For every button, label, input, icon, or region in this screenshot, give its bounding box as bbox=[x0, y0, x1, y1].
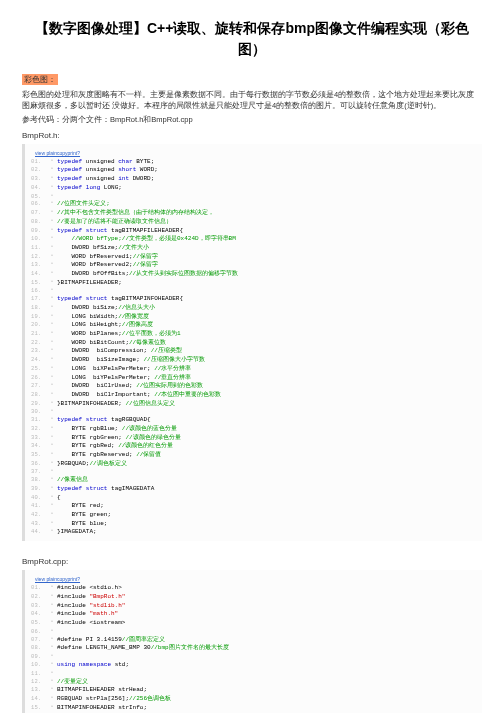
code-line: 39.•typedef struct tagIMAGEDATA bbox=[25, 485, 482, 494]
line-number: 26. bbox=[25, 374, 47, 382]
code-content: //位图文件头定义; bbox=[57, 200, 482, 209]
code-content: #define PI 3.14159//圆周率宏定义 bbox=[57, 636, 482, 645]
line-number: 34. bbox=[25, 442, 47, 450]
gutter-dot-icon: • bbox=[47, 209, 57, 216]
line-number: 15. bbox=[25, 279, 47, 287]
code-content: #include <stdio.h> bbox=[57, 584, 482, 593]
gutter-dot-icon: • bbox=[47, 200, 57, 207]
gutter-dot-icon: • bbox=[47, 610, 57, 617]
line-number: 38. bbox=[25, 476, 47, 484]
gutter-dot-icon: • bbox=[47, 365, 57, 372]
code-content: }BITMAPINFOHEADER; //位图信息头定义 bbox=[57, 400, 482, 409]
gutter-dot-icon: • bbox=[47, 313, 57, 320]
line-number: 12. bbox=[25, 678, 47, 686]
gutter-dot-icon: • bbox=[47, 261, 57, 268]
line-number: 33. bbox=[25, 434, 47, 442]
code-line: 06.•//位图文件头定义; bbox=[25, 200, 482, 209]
code-content: #include <iostream> bbox=[57, 619, 482, 628]
code-line: 14.•RGBQUAD strPla[256];//256色调色板 bbox=[25, 695, 482, 704]
line-number: 41. bbox=[25, 502, 47, 510]
line-number: 30. bbox=[25, 408, 47, 416]
line-number: 07. bbox=[25, 209, 47, 217]
line-number: 42. bbox=[25, 511, 47, 519]
code-content: typedef unsigned short WORD; bbox=[57, 166, 482, 175]
code-line: 15.•}BITMAPFILEHEADER; bbox=[25, 279, 482, 288]
line-number: 16. bbox=[25, 287, 47, 295]
gutter-dot-icon: • bbox=[47, 253, 57, 260]
code-content: DWORD biClrUsed; //位图实际用到的色彩数 bbox=[57, 382, 482, 391]
line-number: 13. bbox=[25, 261, 47, 269]
line-number: 27. bbox=[25, 382, 47, 390]
gutter-dot-icon: • bbox=[47, 636, 57, 643]
gutter-dot-icon: • bbox=[47, 235, 57, 242]
page-title: 【数字图像处理】C++读取、旋转和保存bmp图像文件编程实现（彩色图） bbox=[22, 18, 482, 60]
code-line: 16.• bbox=[25, 287, 482, 295]
code-content: WORD bfReserved2;//保留字 bbox=[57, 261, 482, 270]
gutter-dot-icon: • bbox=[47, 476, 57, 483]
code-content: typedef unsigned char BYTE; bbox=[57, 158, 482, 167]
line-number: 43. bbox=[25, 520, 47, 528]
code-line: 18.• DWORD biSize;//信息头大小 bbox=[25, 304, 482, 313]
code-line: 30.• bbox=[25, 408, 482, 416]
code-content: }BITMAPFILEHEADER; bbox=[57, 279, 482, 288]
code-content: LONG biHeight;//图像高度 bbox=[57, 321, 482, 330]
line-number: 39. bbox=[25, 485, 47, 493]
line-number: 04. bbox=[25, 184, 47, 192]
code-content: BYTE rgbRed; //该颜色的红色分量 bbox=[57, 442, 482, 451]
code-content: typedef struct tagBITMAPFILEHEADER{ bbox=[57, 227, 482, 236]
code-line: 26.• LONG biYPelsPerMeter; //垂直分辨率 bbox=[25, 374, 482, 383]
line-number: 02. bbox=[25, 593, 47, 601]
line-number: 08. bbox=[25, 644, 47, 652]
line-number: 10. bbox=[25, 661, 47, 669]
code-line: 02.•typedef unsigned short WORD; bbox=[25, 166, 482, 175]
code-content: BYTE green; bbox=[57, 511, 482, 520]
code-line: 03.•#include "stdlib.h" bbox=[25, 602, 482, 611]
code-line: 40.•{ bbox=[25, 494, 482, 503]
gutter-dot-icon: • bbox=[47, 619, 57, 626]
line-number: 29. bbox=[25, 400, 47, 408]
line-number: 09. bbox=[25, 227, 47, 235]
gutter-dot-icon: • bbox=[47, 602, 57, 609]
code-line: 37.• bbox=[25, 468, 482, 476]
section-label: 彩色图： bbox=[22, 74, 58, 85]
gutter-dot-icon: • bbox=[47, 295, 57, 302]
code-line: 44.•}IMAGEDATA; bbox=[25, 528, 482, 537]
code-line: 33.• BYTE rgbGreen; //该颜色的绿色分量 bbox=[25, 434, 482, 443]
code-content: LONG biXPelsPerMeter; //水平分辨率 bbox=[57, 365, 482, 374]
code-line: 36.•}RGBQUAD;//调色板定义 bbox=[25, 460, 482, 469]
code-content: //像素信息 bbox=[57, 476, 482, 485]
code-content: typedef struct tagRGBQUAD{ bbox=[57, 416, 482, 425]
code-line: 07.•#define PI 3.14159//圆周率宏定义 bbox=[25, 636, 482, 645]
code-content: BYTE rgbReserved; //保留值 bbox=[57, 451, 482, 460]
line-number: 05. bbox=[25, 193, 47, 201]
gutter-dot-icon: • bbox=[47, 184, 57, 191]
line-number: 24. bbox=[25, 356, 47, 364]
code-content: DWORD bfSize;//文件大小 bbox=[57, 244, 482, 253]
view-plain-link[interactable]: view plaincopyprint? bbox=[25, 150, 80, 156]
code-line: 09.•typedef struct tagBITMAPFILEHEADER{ bbox=[25, 227, 482, 236]
code-content: DWORD biSizeImage; //压缩图像大小字节数 bbox=[57, 356, 482, 365]
gutter-dot-icon: • bbox=[47, 584, 57, 591]
gutter-dot-icon: • bbox=[47, 704, 57, 711]
code-line: 01.•#include <stdio.h> bbox=[25, 584, 482, 593]
line-number: 35. bbox=[25, 451, 47, 459]
code-content: using namespace std; bbox=[57, 661, 482, 670]
code-block-2: view plaincopyprint? 01.•#include <stdio… bbox=[22, 570, 482, 713]
code-content: }RGBQUAD;//调色板定义 bbox=[57, 460, 482, 469]
code-content: BYTE red; bbox=[57, 502, 482, 511]
gutter-dot-icon: • bbox=[47, 166, 57, 173]
line-number: 15. bbox=[25, 704, 47, 712]
code-line: 12.• WORD bfReserved1;//保留字 bbox=[25, 253, 482, 262]
line-number: 37. bbox=[25, 468, 47, 476]
code-content: typedef long LONG; bbox=[57, 184, 482, 193]
gutter-dot-icon: • bbox=[47, 408, 57, 415]
code-content: #include "BmpRot.h" bbox=[57, 593, 482, 602]
code-line: 15.•BITMAPINFOHEADER strInfo; bbox=[25, 704, 482, 713]
code-content: //WORD bfType;//文件类型，必须是0x424D，即字符串BM bbox=[57, 235, 482, 244]
view-plain-link[interactable]: view plaincopyprint? bbox=[25, 576, 80, 582]
gutter-dot-icon: • bbox=[47, 279, 57, 286]
line-number: 22. bbox=[25, 339, 47, 347]
gutter-dot-icon: • bbox=[47, 434, 57, 441]
gutter-dot-icon: • bbox=[47, 661, 57, 668]
code-line: 10.• //WORD bfType;//文件类型，必须是0x424D，即字符串… bbox=[25, 235, 482, 244]
